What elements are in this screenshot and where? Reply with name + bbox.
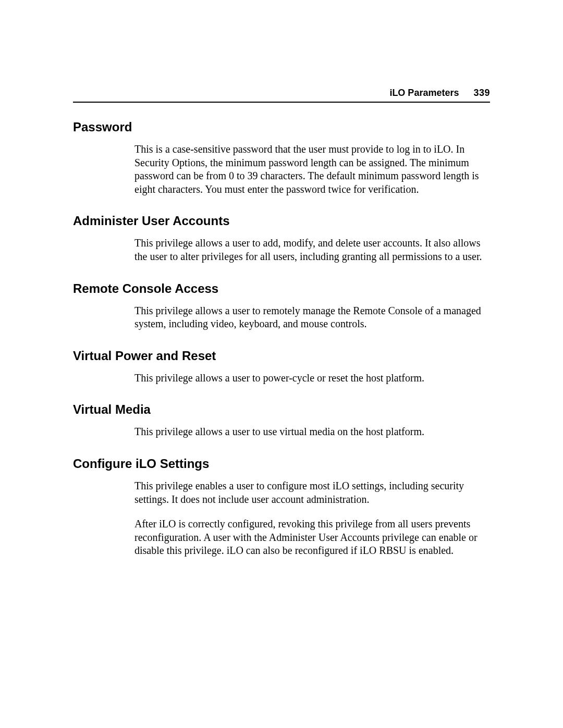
header-title: iLO Parameters xyxy=(389,88,459,98)
heading-administer-user-accounts: Administer User Accounts xyxy=(73,207,490,228)
page: iLO Parameters 339 Password This is a ca… xyxy=(0,0,563,728)
paragraph: This is a case-sensitive password that t… xyxy=(73,143,490,196)
heading-configure-ilo-settings: Configure iLO Settings xyxy=(73,450,490,471)
page-content: Password This is a case-sensitive passwo… xyxy=(73,114,490,569)
section-virtual-media: Virtual Media This privilege allows a us… xyxy=(73,396,490,439)
section-administer-user-accounts: Administer User Accounts This privilege … xyxy=(73,207,490,263)
paragraph: This privilege allows a user to power-cy… xyxy=(73,372,490,385)
heading-virtual-media: Virtual Media xyxy=(73,396,490,417)
heading-remote-console-access: Remote Console Access xyxy=(73,275,490,296)
heading-password: Password xyxy=(73,114,490,134)
section-virtual-power-and-reset: Virtual Power and Reset This privilege a… xyxy=(73,342,490,385)
paragraph: After iLO is correctly configured, revok… xyxy=(73,517,490,558)
paragraph: This privilege allows a user to add, mod… xyxy=(73,237,490,263)
paragraph: This privilege allows a user to use virt… xyxy=(73,425,490,439)
paragraph: This privilege allows a user to remotely… xyxy=(73,304,490,331)
section-password: Password This is a case-sensitive passwo… xyxy=(73,114,490,196)
heading-virtual-power-and-reset: Virtual Power and Reset xyxy=(73,342,490,363)
section-configure-ilo-settings: Configure iLO Settings This privilege en… xyxy=(73,450,490,558)
page-header: iLO Parameters 339 xyxy=(73,88,490,98)
header-page-number: 339 xyxy=(473,88,490,98)
paragraph: This privilege enables a user to configu… xyxy=(73,479,490,506)
header-rule xyxy=(73,102,490,103)
section-remote-console-access: Remote Console Access This privilege all… xyxy=(73,275,490,331)
